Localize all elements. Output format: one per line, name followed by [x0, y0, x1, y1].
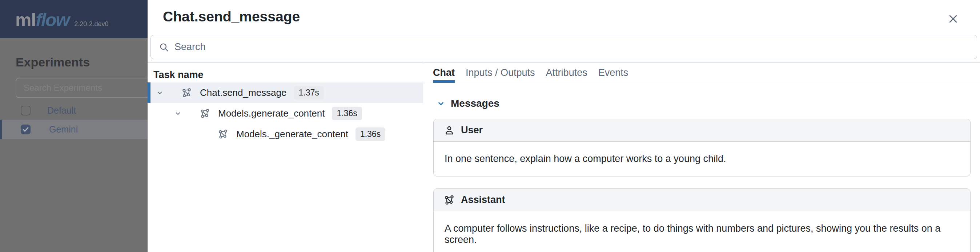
span-icon — [200, 109, 210, 118]
duration-badge: 1.36s — [355, 127, 385, 141]
span-name[interactable]: Chat.send_message — [200, 87, 286, 98]
span-icon — [218, 129, 228, 139]
experiment-item-default[interactable]: Default — [0, 101, 148, 120]
chevron-down-icon[interactable] — [156, 89, 175, 96]
assistant-icon — [444, 195, 454, 205]
checkbox-checked[interactable] — [21, 125, 30, 134]
span-name[interactable]: Models._generate_content — [236, 128, 348, 140]
experiment-item-gemini[interactable]: Gemini — [0, 120, 148, 139]
message-content: In one sentence, explain how a computer … — [434, 142, 970, 176]
close-button[interactable] — [944, 10, 962, 28]
experiment-label[interactable]: Gemini — [49, 124, 78, 135]
message-role: Assistant — [461, 194, 505, 206]
message-card-header: Assistant — [434, 189, 970, 211]
checkbox-unchecked[interactable] — [21, 106, 30, 116]
experiment-label[interactable]: Default — [47, 105, 76, 116]
tab-events[interactable]: Events — [598, 63, 628, 83]
chevron-down-icon[interactable] — [437, 100, 445, 108]
experiments-sidebar: mlflow 2.20.2.dev0 Experiments Default G… — [0, 0, 148, 252]
message-card-assistant: Assistant A computer follows instruction… — [433, 189, 970, 252]
mlflow-logo-flow: flow — [36, 10, 69, 30]
modal-title: Chat.send_message — [163, 9, 300, 25]
message-card-user: User In one sentence, explain how a comp… — [433, 119, 970, 176]
sidebar-heading: Experiments — [16, 55, 90, 69]
tree-row-models-internal-generate-content[interactable]: Models._generate_content 1.36s — [148, 124, 423, 144]
duration-badge: 1.36s — [332, 107, 362, 120]
experiments-search-input[interactable] — [16, 78, 148, 98]
app-version: 2.20.2.dev0 — [74, 20, 108, 28]
check-icon — [22, 126, 29, 133]
span-tree-panel: Task name Chat.send_message 1.37s Models… — [148, 63, 423, 252]
tree-row-chat-send-message[interactable]: Chat.send_message 1.37s — [148, 82, 423, 103]
user-icon — [444, 125, 454, 135]
mlflow-logo: ml — [15, 10, 36, 30]
chevron-down-icon[interactable] — [175, 110, 192, 117]
message-role: User — [461, 125, 483, 136]
span-detail-panel: Chat Inputs / Outputs Attributes Events … — [423, 63, 980, 252]
tab-inputs-outputs[interactable]: Inputs / Outputs — [466, 63, 535, 83]
span-icon — [182, 88, 192, 98]
span-search-bar[interactable] — [151, 35, 977, 59]
tree-row-models-generate-content[interactable]: Models.generate_content 1.36s — [148, 103, 423, 124]
span-search-input[interactable] — [175, 41, 969, 53]
messages-section-toggle[interactable]: Messages — [437, 98, 980, 109]
tab-chat[interactable]: Chat — [433, 63, 455, 83]
app-header: mlflow 2.20.2.dev0 — [0, 0, 148, 38]
message-content: A computer follows instructions, like a … — [434, 211, 970, 252]
span-name[interactable]: Models.generate_content — [218, 108, 325, 119]
detail-tabs: Chat Inputs / Outputs Attributes Events — [423, 63, 980, 83]
tree-column-header: Task name — [153, 69, 204, 81]
search-icon — [159, 42, 169, 52]
trace-detail-modal: Chat.send_message Task name Chat.send_me… — [148, 0, 980, 252]
tab-attributes[interactable]: Attributes — [546, 63, 587, 83]
duration-badge: 1.37s — [294, 86, 323, 100]
close-icon — [948, 13, 959, 24]
message-card-header: User — [434, 119, 970, 142]
messages-section-title: Messages — [451, 98, 500, 109]
